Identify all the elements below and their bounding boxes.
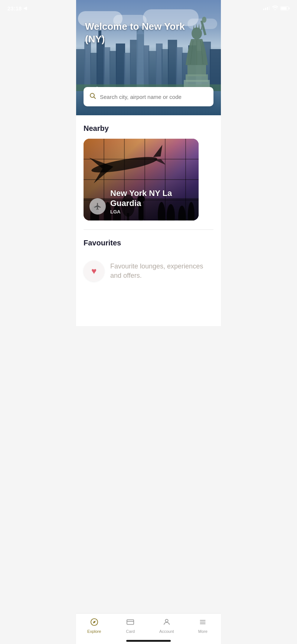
hero-title: Welcome to New York (NY) — [85, 20, 204, 46]
nearby-section-title: Nearby — [76, 115, 221, 139]
airport-card-content: New York NY La Guardia LGA — [89, 189, 193, 215]
heart-circle: ♥ — [84, 261, 104, 281]
svg-rect-36 — [184, 80, 210, 87]
favourites-row: ♥ Favourite lounges, experiences and off… — [76, 253, 221, 289]
nearby-scroll[interactable]: New York NY La Guardia LGA — [76, 139, 221, 220]
search-input[interactable] — [100, 94, 208, 100]
status-bar: 23:18 ◀ — [76, 0, 221, 16]
favourites-description: Favourite lounges, experiences and offer… — [110, 262, 213, 280]
airport-name: New York NY La Guardia — [110, 189, 193, 208]
heart-icon: ♥ — [91, 266, 97, 276]
airport-card-lga[interactable]: New York NY La Guardia LGA — [84, 139, 199, 220]
hero-section: Welcome to New York (NY) — [76, 0, 221, 115]
airport-code: LGA — [110, 209, 193, 215]
airport-text: New York NY La Guardia LGA — [110, 189, 193, 215]
airport-icon-circle — [89, 198, 106, 215]
favourites-section-title: Favourites — [76, 230, 221, 253]
main-content: Nearby — [76, 115, 221, 326]
svg-line-39 — [94, 97, 96, 99]
search-bar[interactable] — [84, 87, 213, 106]
search-icon — [89, 93, 96, 101]
